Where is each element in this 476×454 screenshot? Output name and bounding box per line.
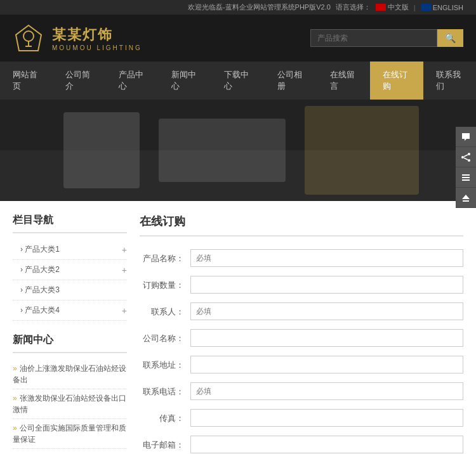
float-buttons [456, 127, 476, 208]
svg-rect-11 [462, 179, 470, 181]
sidebar-item-cat2-label: › 产品大类2 [20, 264, 60, 275]
sidebar-item-cat2-plus: + [122, 265, 127, 275]
banner-overlay [0, 100, 476, 201]
nav-item-message[interactable]: 在线留言 [317, 62, 370, 100]
cn-flag [376, 4, 386, 11]
header: 某某灯饰 MOUMOU LIGHTING 🔍 [0, 15, 476, 62]
logo-text-area: 某某灯饰 MOUMOU LIGHTING [52, 25, 142, 51]
search-area: 🔍 [310, 29, 463, 47]
order-form: 产品名称： 订购数量： 联系人： 公司名称： 联系地址： [140, 249, 463, 454]
news-item-2[interactable]: 张激发助保业石油站烃设备出口激情 [13, 389, 127, 419]
float-btn-list[interactable] [456, 167, 476, 188]
form-row-contact-phone: 联系电话： [140, 382, 463, 400]
sidebar-item-cat1-plus: + [122, 245, 127, 255]
share-icon [461, 152, 471, 162]
svg-rect-9 [462, 174, 470, 176]
main-nav: 网站首页 公司简介 产品中心 新闻中心 下载中心 公司相册 在线留言 在线订购 … [0, 62, 476, 100]
input-order-quantity[interactable] [190, 276, 463, 294]
top-bar-text: 欢迎光临磊-蓝料企业网站管理系统PHP版V2.0 [188, 3, 331, 12]
logo-main-text: 某某灯饰 [52, 25, 142, 44]
label-email: 电子邮箱： [140, 436, 190, 451]
float-btn-share[interactable] [456, 147, 476, 167]
svg-point-4 [468, 153, 470, 155]
lang-label: 语言选择： [336, 3, 371, 12]
label-contact-address: 联系地址： [140, 356, 190, 371]
svg-point-5 [461, 156, 464, 159]
sidebar-news-section: 新闻中心 油价上涨激发助保业石油站烃设备出 张激发助保业石油站烃设备出口激情 公… [13, 334, 127, 454]
logo-area: 某某灯饰 MOUMOU LIGHTING [13, 22, 142, 54]
list-icon [461, 172, 471, 183]
sidebar-item-cat1[interactable]: › 产品大类1 + [13, 240, 127, 260]
sidebar-item-cat3[interactable]: › 产品大类3 [13, 280, 127, 301]
input-contact-person[interactable] [190, 302, 463, 320]
news-item-1[interactable]: 油价上涨激发助保业石油站烃设备出 [13, 360, 127, 389]
en-flag [421, 4, 431, 11]
right-content: 在线订购 产品名称： 订购数量： 联系人： 公司名称： [127, 214, 463, 454]
form-row-email: 电子邮箱： [140, 436, 463, 453]
top-bar: 欢迎光临磊-蓝料企业网站管理系统PHP版V2.0 语言选择： 中文版 | ENG… [0, 0, 476, 15]
label-order-quantity: 订购数量： [140, 276, 190, 291]
page-title: 在线订购 [140, 214, 463, 237]
label-company-name: 公司名称： [140, 329, 190, 344]
input-product-name[interactable] [190, 249, 463, 267]
cn-label: 中文版 [388, 3, 409, 12]
svg-line-7 [464, 155, 468, 157]
en-label: ENGLISH [433, 4, 463, 11]
input-company-name[interactable] [190, 329, 463, 347]
label-contact-person: 联系人： [140, 302, 190, 318]
form-row-fax: 传真： [140, 409, 463, 427]
lang-en-btn[interactable]: ENGLISH [421, 4, 463, 11]
sidebar-item-cat4-plus: + [122, 306, 127, 316]
sidebar-item-cat4[interactable]: › 产品大类4 + [13, 301, 127, 321]
sidebar: 栏目导航 › 产品大类1 + › 产品大类2 + › 产品大类3 › 产品大类4… [13, 214, 127, 454]
svg-rect-10 [462, 177, 470, 178]
nav-item-home[interactable]: 网站首页 [0, 62, 53, 100]
sidebar-item-cat3-label: › 产品大类3 [20, 285, 60, 295]
chat-icon [461, 132, 471, 142]
svg-point-6 [468, 159, 470, 162]
sidebar-item-cat1-label: › 产品大类1 [20, 244, 60, 255]
label-fax: 传真： [140, 409, 190, 424]
input-contact-address[interactable] [190, 356, 463, 373]
sidebar-item-cat4-label: › 产品大类4 [20, 305, 60, 316]
form-row-company-name: 公司名称： [140, 329, 463, 347]
lang-cn-btn[interactable]: 中文版 [376, 3, 409, 12]
nav-item-order[interactable]: 在线订购 [370, 62, 423, 100]
input-contact-phone[interactable] [190, 382, 463, 400]
logo-sub-text: MOUMOU LIGHTING [52, 44, 142, 51]
form-row-order-quantity: 订购数量： [140, 276, 463, 294]
search-input[interactable] [310, 29, 437, 47]
banner [0, 100, 476, 201]
svg-rect-12 [463, 200, 469, 202]
search-button[interactable]: 🔍 [437, 29, 463, 47]
float-btn-chat[interactable] [456, 127, 476, 147]
svg-line-8 [464, 158, 468, 160]
nav-item-album[interactable]: 公司相册 [265, 62, 317, 100]
sidebar-item-cat2[interactable]: › 产品大类2 + [13, 260, 127, 280]
form-row-contact-address: 联系地址： [140, 356, 463, 373]
sidebar-nav-section: 栏目导航 › 产品大类1 + › 产品大类2 + › 产品大类3 › 产品大类4… [13, 214, 127, 321]
sidebar-nav-title: 栏目导航 [13, 214, 127, 233]
main-content: 栏目导航 › 产品大类1 + › 产品大类2 + › 产品大类3 › 产品大类4… [0, 201, 476, 454]
nav-item-download[interactable]: 下载中心 [211, 62, 264, 100]
nav-item-contact[interactable]: 联系我们 [423, 62, 476, 100]
top-icon [461, 193, 471, 203]
input-email[interactable] [190, 436, 463, 453]
news-item-3[interactable]: 公司全面实施国际质量管理和质量保证 [13, 419, 127, 449]
nav-item-news[interactable]: 新闻中心 [159, 62, 211, 100]
form-row-product-name: 产品名称： [140, 249, 463, 267]
nav-item-about[interactable]: 公司简介 [53, 62, 105, 100]
input-fax[interactable] [190, 409, 463, 427]
form-row-contact-person: 联系人： [140, 302, 463, 320]
nav-item-products[interactable]: 产品中心 [106, 62, 159, 100]
label-product-name: 产品名称： [140, 249, 190, 264]
sidebar-news-title: 新闻中心 [13, 334, 127, 353]
svg-point-1 [23, 31, 34, 41]
label-contact-phone: 联系电话： [140, 382, 190, 398]
logo-icon [13, 22, 44, 54]
float-btn-top[interactable] [456, 188, 476, 208]
news-item-4[interactable]: 国际质量管理和质量保证体系国际质量 [13, 449, 127, 454]
